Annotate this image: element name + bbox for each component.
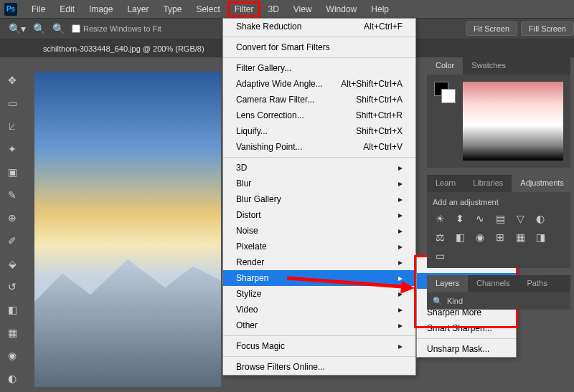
tab-adjustments[interactable]: Adjustments [512, 175, 573, 192]
menu-edit[interactable]: Edit [52, 1, 82, 17]
dd-pixelate[interactable]: Pixelate▸ [223, 239, 415, 254]
dd-video[interactable]: Video▸ [223, 302, 415, 317]
tab-layers[interactable]: Layers [427, 275, 468, 292]
eyedropper-tool-icon[interactable]: ✎ [4, 186, 21, 204]
heal-tool-icon[interactable]: ⊕ [4, 209, 21, 226]
dd-convert-smart[interactable]: Convert for Smart Filters [223, 39, 415, 55]
menu-file[interactable]: File [24, 1, 52, 17]
dd-distort[interactable]: Distort▸ [223, 207, 415, 223]
kind-label: Kind [447, 297, 463, 305]
stamp-tool-icon[interactable]: ⬙ [4, 255, 21, 272]
dd-adaptive-wide[interactable]: Adaptive Wide Angle...Alt+Shift+Ctrl+A [223, 76, 415, 92]
dd-filter-gallery[interactable]: Filter Gallery... [223, 60, 415, 76]
dd-lens-correction[interactable]: Lens Correction...Shift+Ctrl+R [223, 107, 415, 123]
history-brush-icon[interactable]: ↺ [4, 278, 21, 295]
resize-label: Resize Windows to Fit [83, 24, 161, 33]
gradient-tool-icon[interactable]: ▦ [4, 324, 21, 341]
eraser-tool-icon[interactable]: ◧ [4, 301, 21, 318]
dd-camera-raw[interactable]: Camera Raw Filter...Shift+Ctrl+A [223, 92, 415, 107]
hue-icon[interactable]: ◐ [533, 212, 547, 225]
dd-other[interactable]: Other▸ [223, 317, 415, 333]
menu-select[interactable]: Select [189, 1, 227, 17]
layers-filter-bar: 🔍 Kind [427, 292, 570, 310]
menu-filter[interactable]: Filter [227, 1, 261, 17]
dd-vanishing-point[interactable]: Vanishing Point...Alt+Ctrl+V [223, 139, 415, 155]
brush-tool-icon[interactable]: ✐ [4, 232, 21, 249]
add-adjustment-label: Add an adjustment [433, 198, 565, 206]
menubar: Ps File Edit Image Layer Type Select Fil… [0, 0, 574, 18]
invert-icon[interactable]: ◨ [533, 231, 547, 244]
dd-sharpen[interactable]: Sharpen▸ [223, 270, 415, 286]
menu-3d[interactable]: 3D [260, 1, 286, 17]
menu-window[interactable]: Window [319, 1, 364, 17]
menu-image[interactable]: Image [82, 1, 120, 17]
canvas-image [34, 72, 221, 387]
tab-paths[interactable]: Paths [519, 275, 556, 292]
zoom-out-icon[interactable]: 🔍 [52, 23, 65, 34]
tab-libraries[interactable]: Libraries [464, 175, 512, 192]
dd-stylize[interactable]: Stylize▸ [223, 286, 415, 302]
kind-filter-icon[interactable]: 🔍 [433, 297, 443, 306]
color-picker[interactable] [463, 82, 563, 161]
dd-blur-gallery[interactable]: Blur Gallery▸ [223, 191, 415, 207]
exposure-icon[interactable]: ▤ [493, 212, 507, 225]
menu-type[interactable]: Type [156, 1, 189, 17]
tools-panel: ✥ ▭ ⟀ ✦ ▣ ✎ ⊕ ✐ ⬙ ↺ ◧ ▦ ◉ ◐ ✒ T [4, 72, 27, 392]
curves-icon[interactable]: ∿ [473, 212, 487, 225]
crop-tool-icon[interactable]: ▣ [4, 163, 21, 181]
filter-dropdown: Shake ReductionAlt+Ctrl+F Convert for Sm… [222, 18, 416, 376]
sub-smart-sharpen[interactable]: Smart Sharpen... [417, 320, 516, 336]
dd-3d[interactable]: 3D▸ [223, 160, 415, 176]
blur-tool-icon[interactable]: ◉ [4, 347, 21, 364]
tab-color[interactable]: Color [427, 57, 463, 75]
dd-render[interactable]: Render▸ [223, 254, 415, 270]
mountain-graphic [34, 245, 221, 387]
dd-focus-magic[interactable]: Focus Magic▸ [223, 338, 415, 354]
bw-icon[interactable]: ◧ [453, 231, 467, 244]
move-tool-icon[interactable]: ✥ [4, 72, 21, 89]
fill-screen-button[interactable]: Fill Screen [521, 21, 574, 36]
menu-layer[interactable]: Layer [120, 1, 156, 17]
adjustments-panel: Add an adjustment ☀ ⬍ ∿ ▤ ▽ ◐ ⚖ ◧ ◉ ⊞ ▦ … [427, 192, 570, 268]
right-panels: Color Swatches Learn Libraries Adjustmen… [427, 57, 570, 310]
brightness-icon[interactable]: ☀ [433, 212, 447, 225]
wand-tool-icon[interactable]: ✦ [4, 140, 21, 158]
dodge-tool-icon[interactable]: ◐ [4, 370, 21, 387]
dd-blur[interactable]: Blur▸ [223, 176, 415, 191]
lasso-tool-icon[interactable]: ⟀ [4, 118, 21, 135]
foreground-swatch[interactable] [434, 82, 448, 96]
vibrance-icon[interactable]: ▽ [513, 212, 527, 225]
ps-logo: Ps [4, 3, 17, 16]
lookup-icon[interactable]: ▦ [513, 231, 527, 244]
fit-screen-button[interactable]: Fit Screen [466, 21, 517, 36]
color-panel [427, 75, 570, 168]
tab-channels[interactable]: Channels [468, 275, 518, 292]
tab-learn[interactable]: Learn [427, 175, 464, 192]
menu-view[interactable]: View [286, 1, 319, 17]
menu-help[interactable]: Help [364, 1, 396, 17]
dd-browse-filters[interactable]: Browse Filters Online... [223, 359, 415, 375]
sub-unsharp-mask[interactable]: Unsharp Mask... [417, 341, 516, 357]
dd-liquify[interactable]: Liquify...Shift+Ctrl+X [223, 123, 415, 139]
zoom-tool-icon[interactable]: 🔍▾ [9, 23, 26, 34]
posterize-icon[interactable]: ▭ [433, 249, 447, 262]
colorbalance-icon[interactable]: ⚖ [433, 231, 447, 244]
document-tab[interactable]: schilthorn-3033448_640.jpg @ 200% (RGB/8… [36, 42, 212, 56]
dd-shake-reduction[interactable]: Shake ReductionAlt+Ctrl+F [223, 19, 415, 34]
tab-swatches[interactable]: Swatches [463, 57, 514, 75]
levels-icon[interactable]: ⬍ [453, 212, 467, 225]
resize-windows-checkbox[interactable]: Resize Windows to Fit [72, 24, 161, 33]
channel-mixer-icon[interactable]: ⊞ [493, 231, 507, 244]
photo-filter-icon[interactable]: ◉ [473, 231, 487, 244]
zoom-in-icon[interactable]: 🔍 [33, 23, 45, 34]
dd-noise[interactable]: Noise▸ [223, 223, 415, 239]
marquee-tool-icon[interactable]: ▭ [4, 95, 21, 112]
